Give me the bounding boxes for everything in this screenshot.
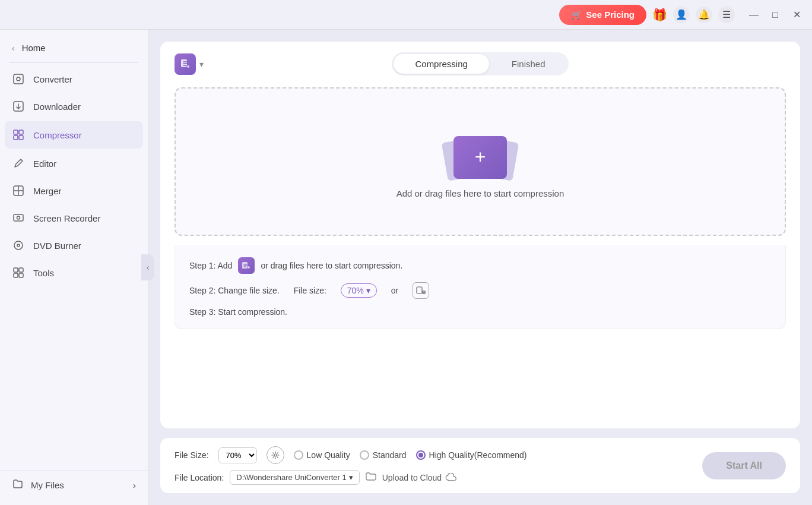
add-files-icon[interactable] [238,257,255,274]
sidebar-item-label: DVD Burner [33,241,81,251]
minimize-button[interactable]: — [746,7,762,23]
tools-icon [12,266,25,279]
svg-rect-8 [14,214,23,221]
tab-finished[interactable]: Finished [490,54,567,74]
svg-rect-4 [19,130,23,134]
folder-browse-icon[interactable] [366,472,376,484]
svg-point-11 [17,244,20,247]
folder-illustration: + [445,125,516,179]
sidebar-item-screen-recorder[interactable]: Screen Recorder [0,204,148,232]
gear-settings-button[interactable] [267,446,284,464]
close-button[interactable]: ✕ [788,7,805,23]
upload-cloud-button[interactable]: Upload to Cloud [382,473,457,482]
sidebar-item-label: Merger [33,186,62,196]
window-controls: — □ ✕ [746,7,805,23]
sidebar-item-compressor[interactable]: Compressor [5,121,143,149]
svg-rect-6 [19,135,23,140]
sidebar: ‹ Home Converter Downloader [0,30,148,505]
main-layout: ‹ Home Converter Downloader [0,30,812,505]
card-header: ▾ Compressing Finished [160,42,800,75]
user-icon[interactable]: 👤 [673,7,690,23]
step3-text: Step 3: Start compression. [189,307,287,317]
merger-icon [12,184,25,197]
folder-plus-icon: + [475,146,486,168]
gift-icon[interactable]: 🎁 [652,8,667,22]
file-location-path[interactable]: D:\Wondershare UniConverter 1 ▾ [230,470,359,485]
cart-icon: 🛒 [571,10,582,20]
quality-low-radio [294,450,303,460]
step1-suffix: or drag files here to start compression. [261,261,402,270]
file-size-picker[interactable]: 70% ▾ [341,283,377,298]
sidebar-item-converter[interactable]: Converter [0,65,148,93]
quality-high-label: High Quality(Recommend) [429,450,527,460]
sidebar-item-label: Downloader [33,102,81,112]
upload-cloud-label: Upload to Cloud [382,473,442,482]
svg-point-1 [17,77,20,81]
sidebar-item-label: Compressor [33,130,82,140]
sidebar-item-downloader[interactable]: Downloader [0,93,148,120]
collapse-arrow-icon: ‹ [147,263,150,272]
quality-high-option[interactable]: High Quality(Recommend) [416,450,527,460]
sidebar-home[interactable]: ‹ Home [0,36,148,60]
dropdown-arrow-icon: ▾ [366,286,370,295]
home-label: Home [22,43,46,53]
start-all-button[interactable]: Start All [702,452,786,479]
sidebar-item-editor[interactable]: Editor [0,150,148,177]
sidebar-item-dvd-burner[interactable]: DVD Burner [0,232,148,259]
sidebar-item-label: Editor [33,159,56,169]
folder-main: + [453,136,507,179]
myfiles-label: My Files [31,480,64,490]
file-size-select-wrapper: 70% 50% 30% [218,447,257,463]
quality-options: Low Quality Standard High Quality(Recomm… [294,450,527,460]
svg-point-9 [17,216,20,219]
dvd-burner-icon [12,239,25,252]
svg-point-10 [14,241,23,250]
content-area: ▾ Compressing Finished + Add or drag fi [148,30,812,505]
converter-icon [12,72,25,86]
sidebar-item-tools[interactable]: Tools [0,259,148,286]
step3-row: Step 3: Start compression. [189,307,771,317]
step2-file-size-label: File size: [294,286,326,295]
sidebar-item-label: Screen Recorder [33,213,100,223]
svg-rect-0 [14,74,23,84]
svg-rect-13 [19,268,23,272]
svg-rect-12 [14,268,18,272]
tab-switcher: Compressing Finished [392,52,568,75]
bell-icon[interactable]: 🔔 [696,7,712,23]
see-pricing-label: See Pricing [586,10,635,20]
svg-rect-14 [14,273,18,277]
header-logo[interactable]: ▾ [175,53,204,75]
menu-icon[interactable]: ☰ [718,7,735,23]
svg-rect-15 [19,273,23,277]
quality-low-option[interactable]: Low Quality [294,450,350,460]
step2-or: or [391,286,398,295]
maximize-button[interactable]: □ [767,7,784,23]
tab-compressing[interactable]: Compressing [394,54,489,74]
title-bar: 🛒 See Pricing 🎁 👤 🔔 ☰ — □ ✕ [0,0,812,30]
logo-icon [175,53,196,75]
svg-rect-20 [417,287,422,293]
myfiles-arrow-icon: › [133,480,136,490]
svg-point-22 [274,454,277,456]
file-size-select[interactable]: 70% 50% 30% [218,447,257,463]
location-dropdown-arrow: ▾ [349,473,353,482]
main-card: ▾ Compressing Finished + Add or drag fi [160,42,800,428]
sidebar-myfiles[interactable]: My Files › [0,471,148,499]
step1-row: Step 1: Add or drag files here to start … [189,257,771,274]
see-pricing-button[interactable]: 🛒 See Pricing [559,5,646,25]
logo-dropdown-arrow: ▾ [199,59,204,69]
location-path-text: D:\Wondershare UniConverter 1 [236,473,346,482]
location-row: File Location: D:\Wondershare UniConvert… [175,470,527,485]
quality-standard-radio [360,450,369,460]
svg-rect-3 [14,130,18,134]
sidebar-item-merger[interactable]: Merger [0,177,148,204]
quality-standard-option[interactable]: Standard [360,450,407,460]
myfiles-icon [12,478,24,492]
sidebar-collapse-handle[interactable]: ‹ [141,254,154,280]
drop-zone[interactable]: + Add or drag files here to start compre… [175,87,786,236]
editor-icon [12,157,25,170]
bottom-bar: File Size: 70% 50% 30% [160,438,800,493]
steps-area: Step 1: Add or drag files here to start … [175,245,786,329]
custom-settings-icon[interactable] [413,282,429,299]
quality-row: File Size: 70% 50% 30% [175,446,527,464]
